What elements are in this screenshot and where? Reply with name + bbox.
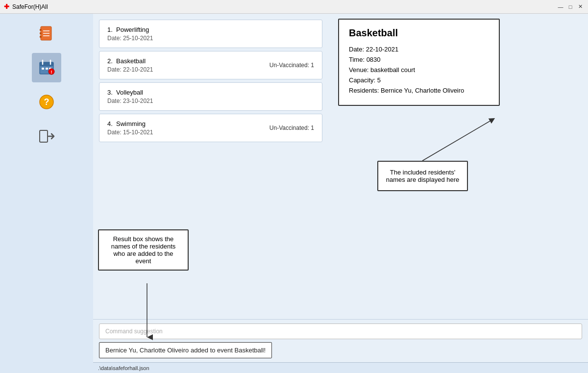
detail-title: Basketball — [349, 27, 489, 39]
event-name: 3. Volleyball — [107, 89, 153, 96]
minimize-button[interactable]: — — [557, 3, 564, 11]
sidebar-item-logout[interactable] — [32, 122, 61, 151]
svg-text:?: ? — [44, 97, 49, 107]
svg-rect-18 — [40, 130, 48, 142]
event-card-basketball[interactable]: 2. Basketball Date: 22-10-2021 Un-Vaccin… — [99, 51, 322, 79]
event-card-powerlifting[interactable]: 1. Powerlifting Date: 25-10-2021 — [99, 20, 322, 48]
event-badge: Un-Vaccinated: 1 — [270, 124, 314, 131]
app-logo: ✚ — [4, 3, 9, 10]
event-date: Date: 15-10-2021 — [107, 129, 153, 136]
detail-capacity: Capacity: 5 — [349, 76, 489, 84]
command-suggestion-placeholder: Command suggestion — [105, 328, 163, 335]
titlebar-controls[interactable]: — □ ✕ — [557, 3, 584, 11]
event-name: 1. Powerlifting — [107, 26, 153, 33]
logout-icon — [38, 127, 55, 145]
result-text: Bernice Yu, Charlotte Oliveiro added to … — [105, 347, 266, 354]
titlebar-left: ✚ SafeFor(H)All — [4, 3, 48, 10]
result-text-box: Bernice Yu, Charlotte Oliveiro added to … — [99, 342, 272, 358]
event-badge: Un-Vaccinated: 1 — [270, 62, 314, 69]
annotation-result-box: Result box shows the names of the reside… — [98, 229, 189, 271]
bottom-area: Command suggestion Bernice Yu, Charlotte… — [93, 319, 588, 362]
svg-rect-3 — [40, 36, 42, 38]
status-bar: .\data\safeforhall.json — [93, 362, 588, 373]
event-list: 1. Powerlifting Date: 25-10-2021 2. Bask… — [93, 14, 328, 319]
help-icon: ? — [38, 93, 55, 111]
sidebar-item-help[interactable]: ? — [32, 87, 61, 117]
svg-rect-12 — [46, 68, 48, 70]
status-text: .\data\safeforhall.json — [98, 365, 149, 371]
sidebar-item-calendar[interactable]: ! — [32, 53, 61, 82]
detail-time: Time: 0830 — [349, 56, 489, 63]
annotation-residents-text: The included residents' names are displa… — [386, 169, 460, 183]
annotation-result-text: Result box shows the names of the reside… — [111, 235, 176, 265]
event-name: 4. Swimming — [107, 120, 153, 127]
contacts-icon — [38, 25, 55, 42]
svg-rect-1 — [40, 29, 42, 31]
event-date: Date: 22-10-2021 — [107, 66, 153, 73]
result-container: Bernice Yu, Charlotte Oliveiro added to … — [99, 342, 582, 358]
detail-residents: Residents: Bernice Yu, Charlotte Oliveir… — [349, 87, 489, 94]
maximize-button[interactable]: □ — [566, 3, 574, 11]
sidebar-item-contacts[interactable] — [32, 19, 61, 48]
command-suggestion-input[interactable]: Command suggestion — [99, 323, 582, 339]
titlebar: ✚ SafeFor(H)All — □ ✕ — [0, 0, 588, 14]
event-date: Date: 23-10-2021 — [107, 98, 153, 104]
sidebar: ! ? — [0, 14, 93, 373]
content-area: 1. Powerlifting Date: 25-10-2021 2. Bask… — [93, 14, 588, 373]
event-name: 2. Basketball — [107, 57, 153, 65]
detail-date: Date: 22-10-2021 — [349, 46, 489, 53]
svg-rect-8 — [40, 62, 53, 66]
svg-rect-11 — [42, 68, 44, 70]
svg-rect-2 — [40, 32, 42, 34]
app-body: ! ? 1. Powerli — [0, 14, 588, 373]
event-card-volleyball[interactable]: 3. Volleyball Date: 23-10-2021 — [99, 82, 322, 111]
svg-text:!: ! — [51, 70, 52, 75]
calendar-icon: ! — [38, 59, 55, 76]
event-card-swimming[interactable]: 4. Swimming Date: 15-10-2021 Un-Vaccinat… — [99, 114, 322, 142]
detail-venue: Venue: basketball court — [349, 66, 489, 74]
event-detail-box: Basketball Date: 22-10-2021 Time: 0830 V… — [338, 19, 500, 106]
app-title: SafeFor(H)All — [12, 3, 48, 10]
event-date: Date: 25-10-2021 — [107, 35, 153, 42]
annotation-residents-box: The included residents' names are displa… — [377, 161, 468, 191]
detail-panel: Basketball Date: 22-10-2021 Time: 0830 V… — [328, 14, 588, 319]
svg-line-20 — [422, 120, 492, 161]
main-content: 1. Powerlifting Date: 25-10-2021 2. Bask… — [93, 14, 588, 319]
close-button[interactable]: ✕ — [576, 3, 584, 11]
